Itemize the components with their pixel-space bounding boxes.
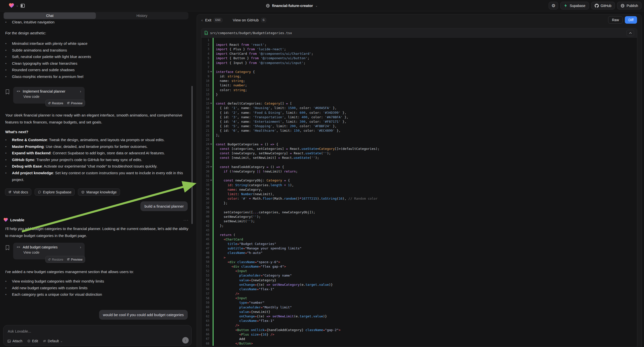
line-number: 7 bbox=[202, 66, 209, 69]
fold-chevron-icon[interactable] bbox=[209, 180, 212, 181]
target-icon bbox=[27, 339, 30, 343]
line-number: 8 bbox=[202, 70, 209, 74]
preview-button[interactable]: Preview bbox=[67, 258, 82, 261]
preview-button[interactable]: Preview bbox=[67, 101, 82, 105]
chevron-right-icon: › bbox=[80, 89, 81, 93]
mode-selector[interactable]: Default ⌄ bbox=[43, 339, 63, 343]
bullet-text: View existing budget categories with the… bbox=[12, 278, 104, 285]
line-number: 43 bbox=[202, 228, 209, 232]
code-text: title="Budget Categories" bbox=[214, 242, 276, 246]
code-line: 31 bbox=[202, 174, 637, 178]
restore-button[interactable]: ↺Restore bbox=[48, 258, 63, 261]
restore-button[interactable]: ↺Restore bbox=[48, 101, 63, 105]
tab-chat[interactable]: Chat bbox=[4, 12, 96, 19]
code-line: 27 const [newLimit, setNewLimit] = React… bbox=[202, 156, 637, 160]
view-code-link[interactable]: View code bbox=[24, 250, 81, 254]
fold-chevron-icon[interactable] bbox=[209, 166, 212, 168]
list-item: •View existing budget categories with th… bbox=[5, 278, 191, 285]
code-line: 13} bbox=[202, 92, 637, 96]
code-text: name: newCategory, bbox=[214, 188, 263, 192]
fold-chevron-icon[interactable] bbox=[209, 71, 212, 72]
line-number: 23 bbox=[202, 138, 209, 142]
file-header[interactable]: src/components/budget/BudgetCategories.t… bbox=[202, 28, 637, 38]
line-number: 3 bbox=[202, 47, 209, 51]
list-item: •Debug with Ease: Activate our experimen… bbox=[5, 163, 191, 170]
chat-scrollbar[interactable] bbox=[192, 86, 193, 224]
collapse-file-button[interactable] bbox=[626, 30, 634, 36]
lovable-logo-menu[interactable]: ⌄ bbox=[8, 2, 18, 8]
code-text: limit: Number(newLimit), bbox=[214, 192, 274, 196]
line-number: 46 bbox=[202, 242, 209, 246]
code-text: setCategories([...categories, newCategor… bbox=[214, 210, 315, 214]
tab-history[interactable]: History bbox=[96, 12, 188, 19]
line-number: 27 bbox=[202, 156, 209, 160]
view-on-github-button[interactable]: View on GitHub G bbox=[233, 18, 266, 22]
supabase-button[interactable]: Supabase bbox=[560, 2, 589, 10]
line-number: 57 bbox=[202, 292, 209, 296]
bullet-dot: • bbox=[5, 150, 12, 156]
code-text: { id: '3', name: 'Transportation', limit… bbox=[214, 115, 348, 119]
line-number: 15 bbox=[202, 102, 209, 105]
manage-knowledge-button[interactable]: Manage knowledge bbox=[78, 188, 120, 196]
code-text: const defaultCategories: Category[] = [ bbox=[214, 102, 292, 105]
github-button[interactable]: GitHub bbox=[591, 2, 615, 10]
bookmark-icon[interactable] bbox=[5, 245, 10, 250]
code-text: const BudgetCategories = () => { bbox=[214, 142, 278, 146]
external-link-icon bbox=[67, 102, 70, 104]
raw-toggle-button[interactable]: Raw bbox=[608, 16, 622, 24]
code-text: onChange={(e) => setNewCategory(e.target… bbox=[214, 283, 333, 286]
code-line: 10 name: string; bbox=[202, 79, 637, 83]
project-switcher[interactable]: financial-future-creator ⌄ bbox=[266, 0, 318, 11]
chat-input[interactable]: Ask Lovable... Attach Edit bbox=[3, 325, 192, 346]
edit-button[interactable]: Edit bbox=[27, 339, 38, 343]
code-text: <Input bbox=[214, 269, 247, 273]
bullet-text: Add new budget categories with custom li… bbox=[12, 285, 88, 292]
code-text: import React from 'react'; bbox=[214, 43, 266, 46]
fold-chevron-icon[interactable] bbox=[209, 103, 212, 104]
code-text: className="h-auto" bbox=[214, 251, 263, 255]
code-line: 29 const handleAddCategory = () => { bbox=[202, 164, 637, 169]
bullet-text: Each category gets a unique color for vi… bbox=[12, 291, 102, 298]
code-line: 63 className="flex-1" bbox=[202, 318, 637, 323]
line-number: 13 bbox=[202, 92, 209, 96]
line-number: 5 bbox=[202, 56, 209, 60]
code-text: /> bbox=[214, 323, 239, 327]
code-text: <Plus size={16} /> bbox=[214, 332, 274, 336]
line-number: 40 bbox=[202, 215, 209, 218]
settings-button[interactable]: ⚙ bbox=[549, 2, 558, 10]
code-line: 36 color: '#' + Math.floor(Math.random()… bbox=[202, 196, 637, 201]
code-text: import ChartCard from '@/components/ui/C… bbox=[214, 52, 313, 56]
line-number: 32 bbox=[202, 179, 209, 182]
code-line: 4import ChartCard from '@/components/ui/… bbox=[202, 52, 637, 56]
sidebar-toggle-button[interactable] bbox=[19, 2, 26, 10]
code-text: const handleAddCategory = () => { bbox=[214, 165, 284, 169]
fold-chevron-icon[interactable] bbox=[209, 144, 212, 145]
code-text: className="flex-1" bbox=[214, 287, 274, 291]
more-options-icon[interactable]: ··· bbox=[184, 218, 189, 222]
code-line: 30 if (!newCategory || !newLimit) return… bbox=[202, 169, 637, 174]
code-text: setNewCategory(''); bbox=[214, 215, 261, 218]
code-line: 68 </Button> bbox=[202, 341, 637, 346]
bookmark-icon[interactable] bbox=[5, 89, 10, 94]
lovable-heart-icon bbox=[8, 2, 14, 8]
bullet-text: Expand with Backend: Connect Supabase to… bbox=[12, 150, 165, 156]
project-title: financial-future-creator bbox=[272, 4, 313, 8]
bullet-text: GitHub Sync: Transfer your project's cod… bbox=[12, 156, 142, 163]
visit-docs-button[interactable]: Visit docs bbox=[5, 188, 31, 196]
user-message: would be cool if you could add budget ca… bbox=[99, 310, 188, 320]
diff-toggle-button[interactable]: Diff bbox=[625, 16, 637, 24]
code-text: limit: number; bbox=[214, 84, 247, 87]
explore-supabase-button[interactable]: Explore Supabase bbox=[34, 188, 75, 196]
chat-bullet-top: •Clean, intuitive navigation bbox=[5, 19, 191, 26]
bullet-dot: • bbox=[5, 278, 12, 285]
code-text: <ChartCard bbox=[214, 238, 243, 241]
exit-button[interactable]: ‹ Exit ESC bbox=[202, 18, 222, 22]
attach-button[interactable]: Attach bbox=[7, 339, 22, 343]
view-code-link[interactable]: View code bbox=[24, 94, 81, 98]
assistant-name: Lovable bbox=[10, 218, 24, 222]
line-number: 24 bbox=[202, 142, 209, 146]
code-line: 33 id: String(categories.length + 1), bbox=[202, 183, 637, 187]
publish-button[interactable]: Publish bbox=[617, 2, 642, 10]
code-editor[interactable]: 12import React from 'react';3import { Pl… bbox=[202, 38, 637, 347]
send-button[interactable]: ↑ bbox=[182, 337, 189, 344]
